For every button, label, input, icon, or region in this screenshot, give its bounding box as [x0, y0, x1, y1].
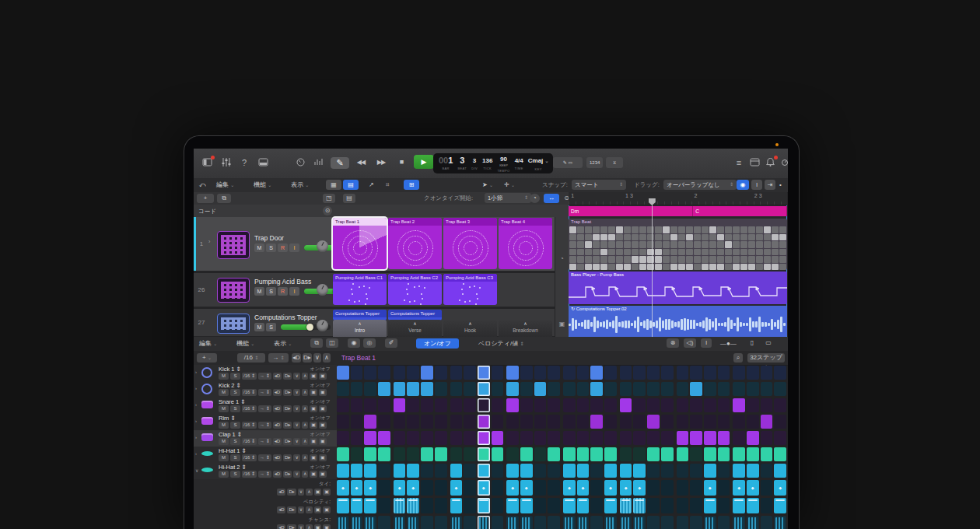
step-cell[interactable] — [492, 382, 504, 396]
tie-cell[interactable]: ◆ — [364, 480, 376, 496]
step-cell[interactable] — [435, 366, 447, 380]
increment-icon[interactable]: ∧ — [302, 422, 308, 429]
tie-cell[interactable] — [690, 480, 702, 496]
step-cell[interactable] — [677, 398, 689, 412]
step-cell[interactable] — [492, 415, 504, 429]
step-cell[interactable] — [577, 398, 590, 412]
step-cell[interactable] — [647, 366, 660, 380]
tie-cell[interactable]: ◆ — [478, 480, 490, 496]
chance-cell[interactable] — [520, 516, 533, 529]
step-cell[interactable] — [520, 464, 533, 478]
step-cell[interactable] — [704, 398, 716, 412]
step-input-icon[interactable] — [312, 157, 326, 169]
button-r[interactable]: R — [278, 287, 288, 296]
step-cell[interactable] — [661, 464, 674, 478]
step-cell[interactable] — [421, 447, 433, 461]
browser-icon[interactable] — [747, 157, 761, 169]
random-icon[interactable]: ▣ — [310, 389, 317, 396]
disclosure-icon[interactable]: › — [195, 386, 197, 391]
step-cell[interactable] — [633, 382, 646, 396]
step-cell[interactable] — [421, 398, 433, 412]
tie-cell[interactable]: ◆ — [604, 480, 617, 496]
step-cell[interactable] — [647, 431, 660, 445]
step-cell[interactable] — [718, 464, 730, 478]
editor-zoom-slider[interactable]: —●— — [718, 338, 739, 349]
step-cell[interactable] — [590, 464, 603, 478]
increment-icon[interactable]: ∧ — [302, 389, 308, 396]
step-cell[interactable] — [620, 398, 632, 412]
step-cell[interactable] — [450, 447, 463, 461]
increment-icon[interactable]: ∧ — [302, 471, 308, 478]
tie-cell[interactable] — [435, 480, 447, 496]
step-cell[interactable] — [733, 415, 745, 429]
chance-cell[interactable] — [718, 516, 730, 529]
solo-button[interactable]: S — [230, 373, 240, 380]
tie-cell[interactable] — [761, 480, 773, 496]
playmode-stepper[interactable]: → ⇕ — [268, 353, 289, 363]
step-cell[interactable] — [761, 431, 773, 445]
step-cell[interactable] — [407, 464, 419, 478]
decrement-icon[interactable]: ∨ — [293, 422, 299, 429]
step-cell[interactable] — [733, 398, 745, 412]
grid-view-button[interactable]: ▦ — [326, 180, 341, 190]
step-cell[interactable] — [733, 431, 745, 445]
rate-stepper[interactable]: /16 ⇕ — [242, 454, 257, 461]
velocity-cell[interactable] — [620, 498, 632, 513]
disclosure-icon[interactable]: › — [195, 370, 197, 374]
step-cell[interactable] — [761, 464, 773, 478]
step-cell[interactable] — [378, 366, 390, 380]
button-s[interactable]: S — [266, 243, 276, 252]
volume-knob[interactable] — [306, 324, 313, 331]
step-cell[interactable] — [661, 431, 674, 445]
step-cell[interactable] — [394, 382, 406, 396]
step-cell[interactable] — [761, 415, 773, 429]
reset-icon[interactable]: ▣ — [319, 454, 327, 461]
step-cell[interactable] — [351, 382, 363, 396]
solo-button[interactable]: S — [230, 454, 240, 461]
velocity-cell[interactable] — [492, 498, 504, 513]
scene-trigger-hook[interactable]: ∧Hook — [443, 320, 497, 337]
tie-cell[interactable]: ◆ — [633, 480, 646, 496]
editor-text-tool-icon[interactable]: I — [701, 338, 712, 348]
velocity-cell[interactable] — [378, 498, 390, 513]
disclosure-icon[interactable]: › — [195, 402, 197, 407]
step-cell[interactable] — [478, 464, 490, 478]
solo-button[interactable]: S — [230, 438, 240, 445]
step-cell[interactable] — [577, 415, 590, 429]
loop-cell[interactable]: Computations Topper — [388, 310, 442, 321]
chance-cell[interactable] — [620, 516, 632, 529]
step-cell[interactable] — [761, 447, 773, 461]
increment-icon[interactable]: ∧ — [302, 454, 308, 461]
chance-cell[interactable] — [506, 516, 519, 529]
velocity-cell[interactable] — [351, 498, 363, 513]
step-cell[interactable] — [407, 366, 419, 380]
add-track-button[interactable]: + — [197, 194, 214, 203]
step-cell[interactable] — [534, 447, 547, 461]
step-cell[interactable] — [364, 398, 376, 412]
chance-cell[interactable] — [577, 516, 590, 529]
step-cell[interactable] — [563, 415, 576, 429]
step-cell[interactable] — [364, 447, 376, 461]
step-cell[interactable] — [394, 366, 406, 380]
step-cell[interactable] — [647, 382, 660, 396]
drag-dropdown[interactable]: オーバーラップなし⇕ — [663, 180, 737, 190]
random-icon[interactable]: ▣ — [314, 489, 322, 496]
rotate-right-icon[interactable]: D▸ — [287, 524, 296, 529]
step-cell[interactable] — [677, 447, 689, 461]
step-cell[interactable] — [548, 447, 560, 461]
velocity-cell[interactable] — [761, 498, 773, 513]
chance-cell[interactable] — [604, 516, 617, 529]
chance-cell[interactable] — [407, 516, 419, 529]
region-trap-beat[interactable]: Trap Beat — [569, 219, 787, 270]
chord-segment-c[interactable]: C — [693, 206, 787, 216]
mixer-icon[interactable] — [219, 157, 233, 169]
region-computations-topper[interactable]: ↻ Computations Topper.02 — [569, 306, 787, 337]
velocity-cell[interactable] — [478, 498, 490, 513]
step-cell[interactable] — [378, 447, 390, 461]
step-cell[interactable] — [435, 431, 447, 445]
tie-cell[interactable] — [548, 480, 560, 496]
step-cell[interactable] — [677, 382, 689, 396]
step-cell[interactable] — [647, 464, 660, 478]
step-cell[interactable] — [534, 431, 547, 445]
notification-bell-icon[interactable] — [763, 157, 777, 169]
